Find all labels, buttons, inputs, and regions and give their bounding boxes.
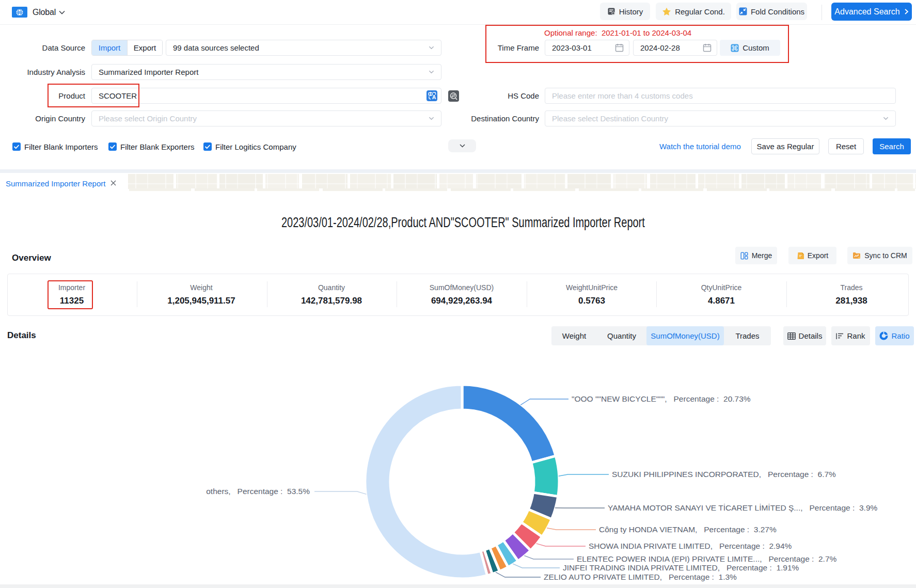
- svg-text:A: A: [432, 94, 436, 100]
